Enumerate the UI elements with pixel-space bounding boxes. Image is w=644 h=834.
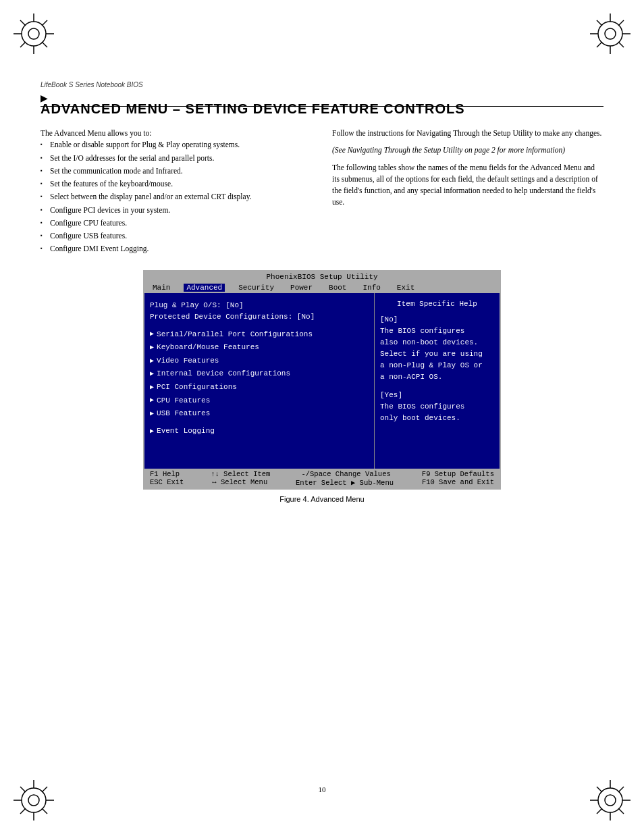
bios-menu-security[interactable]: Security xyxy=(236,284,277,292)
intro-right: Follow the instructions for Navigating T… xyxy=(332,128,603,257)
svg-line-18 xyxy=(618,20,624,26)
bios-help-content: [No] The BIOS configures also non-boot d… xyxy=(380,314,494,424)
bios-submenu-list: ▶ Serial/Parallel Port Configurations ▶ … xyxy=(150,329,369,438)
status-select-menu: ↔ Select Menu xyxy=(212,478,267,487)
intro-left: The Advanced Menu allows you to: Enable … xyxy=(41,128,312,257)
help-line-9: only boot devices. xyxy=(380,413,494,424)
bullet-4: Set the features of the keyboard/mouse. xyxy=(41,178,312,190)
bios-menu-bar: Main Advanced Security Power Boot Info E… xyxy=(144,282,500,293)
bullet-5: Select between the display panel and/or … xyxy=(41,191,312,203)
bios-submenu-event[interactable]: ▶ Event Logging xyxy=(150,425,369,438)
bios-submenu-video[interactable]: ▶ Video Features xyxy=(150,355,369,367)
svg-point-1 xyxy=(28,28,39,39)
bios-arrow-icon-2: ▶ xyxy=(150,342,154,353)
svg-line-27 xyxy=(42,808,47,814)
bios-title-bar: PhoenixBIOS Setup Utility xyxy=(144,271,500,282)
bullet-9: Configure DMI Event Logging. xyxy=(41,243,312,255)
bios-menu-main[interactable]: Main xyxy=(150,284,173,292)
help-line-1: The BIOS configures xyxy=(380,325,494,337)
bios-help-title: Item Specific Help xyxy=(380,298,494,310)
svg-line-16 xyxy=(597,20,602,26)
svg-line-9 xyxy=(20,42,26,47)
page-title: ADVANCED MENU – SETTING DEVICE FEATURE C… xyxy=(41,101,603,117)
bullet-7: Configure CPU features. xyxy=(41,217,312,229)
svg-point-31 xyxy=(605,795,616,806)
bios-menu-boot[interactable]: Boot xyxy=(326,284,349,292)
bios-plug-play-line: Plug & Play O/S: [No] xyxy=(150,300,369,312)
help-line-0: [No] xyxy=(380,314,494,325)
svg-line-17 xyxy=(618,42,624,47)
svg-line-6 xyxy=(20,20,26,26)
corner-decoration-tl xyxy=(14,14,54,54)
svg-point-11 xyxy=(605,28,616,39)
status-f9: F9 Setup Defaults xyxy=(422,470,494,478)
help-spacer xyxy=(380,383,494,390)
bios-submenu-pci[interactable]: ▶ PCI Configurations xyxy=(150,382,369,394)
bios-menu-exit[interactable]: Exit xyxy=(394,284,417,292)
bios-arrow-icon-6: ▶ xyxy=(150,395,154,406)
svg-line-29 xyxy=(20,808,26,814)
bios-main-panel: Plug & Play O/S: [No] Protected Device C… xyxy=(144,293,375,469)
bios-arrow-icon-7: ▶ xyxy=(150,409,154,419)
bios-status-bar: F1 Help ↑↓ Select Item -/Space Change Va… xyxy=(144,469,500,488)
svg-line-37 xyxy=(618,808,624,814)
bios-status-row2: ESC Exit ↔ Select Menu Enter Select ▶ Su… xyxy=(150,478,494,487)
help-line-8: The BIOS configures xyxy=(380,401,494,413)
status-esc-exit: ESC Exit xyxy=(150,478,184,487)
status-enter-select: Enter Select ▶ Sub-Menu xyxy=(296,478,394,487)
intro-bullets: Enable or disable support for Plug & Pla… xyxy=(41,139,312,255)
main-content: ADVANCED MENU – SETTING DEVICE FEATURE C… xyxy=(41,101,603,517)
help-line-3: Select if you are using xyxy=(380,348,494,360)
bios-arrow-icon-4: ▶ xyxy=(150,369,154,380)
bullet-8: Configure USB features. xyxy=(41,230,312,242)
help-line-4: a non-Plug & Play OS or xyxy=(380,360,494,371)
bios-arrow-icon-5: ▶ xyxy=(150,382,154,393)
bullet-1: Enable or disable support for Plug & Pla… xyxy=(41,139,312,151)
bios-submenu-usb[interactable]: ▶ USB Features xyxy=(150,408,369,420)
bios-arrow-icon: ▶ xyxy=(150,329,154,340)
bios-arrow-icon-3: ▶ xyxy=(150,356,154,367)
intro-section: The Advanced Menu allows you to: Enable … xyxy=(41,128,603,257)
intro-lead: The Advanced Menu allows you to: xyxy=(41,128,312,139)
bios-submenu-keyboard[interactable]: ▶ Keyboard/Mouse Features xyxy=(150,342,369,354)
status-f10: F10 Save and Exit xyxy=(422,478,494,487)
help-line-5: a non-ACPI OS. xyxy=(380,371,494,383)
bios-submenu-cpu[interactable]: ▶ CPU Features xyxy=(150,395,369,407)
intro-right-ref: (See Navigating Through the Setup Utilit… xyxy=(332,145,603,156)
bios-help-panel: Item Specific Help [No] The BIOS configu… xyxy=(375,293,500,469)
svg-line-7 xyxy=(42,42,47,47)
svg-line-39 xyxy=(597,808,602,814)
figure-caption: Figure 4. Advanced Menu xyxy=(41,495,603,503)
header-title: LifeBook S Series Notebook BIOS xyxy=(41,81,143,88)
bios-protected-line: Protected Device Configurations: [No] xyxy=(150,311,369,323)
bullet-3: Set the communication mode and Infrared. xyxy=(41,165,312,177)
intro-right-para1: Follow the instructions for Navigating T… xyxy=(332,128,603,139)
page-number: 10 xyxy=(0,785,644,793)
corner-decoration-tr xyxy=(590,14,630,54)
status-select-item: ↑↓ Select Item xyxy=(211,470,270,478)
help-line-2: also non-boot devices. xyxy=(380,337,494,348)
bios-status-row1: F1 Help ↑↓ Select Item -/Space Change Va… xyxy=(150,470,494,478)
bios-body: Plug & Play O/S: [No] Protected Device C… xyxy=(144,293,500,469)
svg-line-19 xyxy=(597,42,602,47)
bios-arrow-icon-8: ▶ xyxy=(150,426,154,437)
bios-screenshot: PhoenixBIOS Setup Utility Main Advanced … xyxy=(143,270,501,490)
bios-menu-power[interactable]: Power xyxy=(288,284,315,292)
bullet-6: Configure PCI devices in your system. xyxy=(41,205,312,216)
intro-right-para2: The following tables show the names of t… xyxy=(332,162,603,209)
bios-submenu-serial[interactable]: ▶ Serial/Parallel Port Configurations xyxy=(150,329,369,341)
svg-point-21 xyxy=(28,795,39,806)
help-line-7: [Yes] xyxy=(380,390,494,401)
svg-line-8 xyxy=(42,20,47,26)
bios-menu-info[interactable]: Info xyxy=(360,284,383,292)
status-change-values: -/Space Change Values xyxy=(301,470,390,478)
status-f1-help: F1 Help xyxy=(150,470,180,478)
bullet-2: Set the I/O addresses for the serial and… xyxy=(41,153,312,164)
bios-menu-advanced[interactable]: Advanced xyxy=(184,284,225,292)
bios-submenu-internal[interactable]: ▶ Internal Device Configurations xyxy=(150,368,369,380)
